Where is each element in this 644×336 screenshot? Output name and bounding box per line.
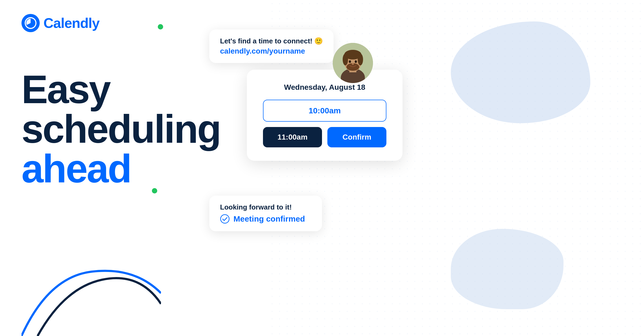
time-slot-selected[interactable]: 10:00am (263, 100, 386, 122)
meeting-confirmed-text: Meeting confirmed (233, 214, 305, 223)
calendly-logo-icon (21, 14, 40, 32)
time-slot-alt[interactable]: 11:00am (263, 127, 322, 147)
logo-text: Calendly (43, 15, 100, 31)
meeting-confirmed-row: Meeting confirmed (220, 214, 311, 224)
online-indicator-top (157, 23, 164, 31)
svg-point-11 (352, 63, 354, 65)
check-circle-icon (220, 214, 230, 224)
avatar-man-image (333, 43, 373, 83)
schedule-card: Wednesday, August 18 10:00am 11:00am Con… (247, 70, 402, 161)
schedule-date: Wednesday, August 18 (263, 83, 386, 92)
svg-point-23 (221, 215, 229, 223)
time-slot-row: 11:00am Confirm (263, 127, 386, 147)
confirm-button[interactable]: Confirm (327, 127, 386, 147)
hero-text-block: Easy scheduling ahead (21, 70, 220, 189)
chat-bubble-top-link[interactable]: calendly.com/yourname (220, 47, 323, 55)
hero-line-1: Easy (21, 70, 220, 109)
svg-point-7 (358, 54, 363, 65)
chat-bubble-top-text: Let's find a time to connect! 🙂 (220, 37, 323, 45)
chat-bubble-top: Let's find a time to connect! 🙂 calendly… (209, 29, 334, 63)
hero-line-2: scheduling (21, 109, 220, 149)
chat-bubble-bottom-text: Looking forward to it! (220, 203, 311, 211)
logo-area: Calendly (21, 14, 100, 32)
arc-decoration (21, 250, 161, 336)
page-container: Calendly Easy scheduling ahead (0, 0, 644, 336)
hero-line-3: ahead (21, 149, 220, 189)
online-indicator-bottom (151, 187, 158, 195)
chat-bubble-bottom: Looking forward to it! Meeting confirmed (209, 196, 322, 231)
avatar-top (333, 43, 373, 83)
svg-point-9 (349, 60, 351, 63)
svg-point-6 (343, 54, 348, 65)
svg-point-10 (355, 60, 357, 63)
